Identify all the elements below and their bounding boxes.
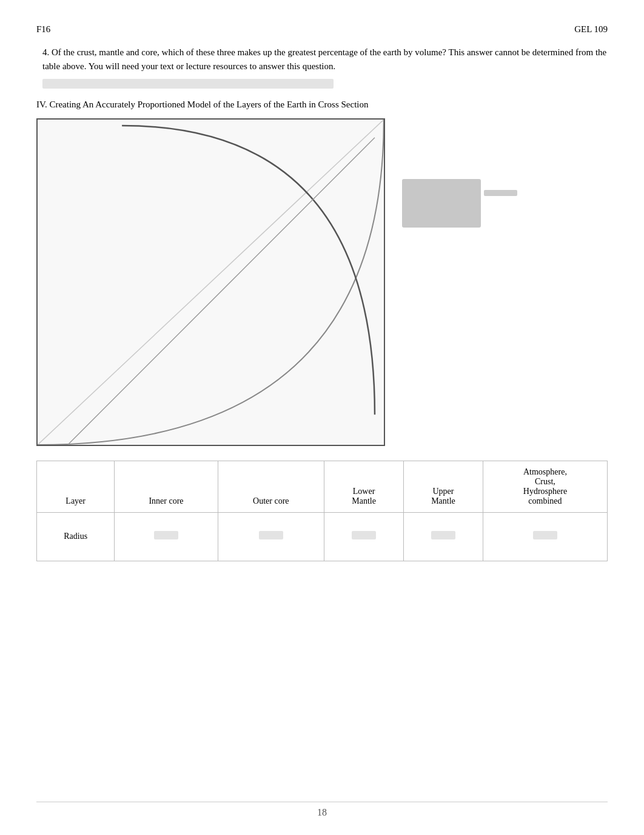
blurred-answer-text	[42, 79, 334, 89]
cell-upper-mantle-radius	[404, 512, 483, 561]
cell-lower-mantle-radius	[324, 512, 404, 561]
col-outer-core: Outer core	[218, 461, 324, 512]
diagram-box	[36, 118, 385, 446]
page-footer: 18	[36, 802, 608, 818]
cell-inner-core-radius	[115, 512, 218, 561]
diagram-container	[36, 118, 608, 446]
col-atmosphere: Atmosphere,Crust,Hydrospherecombined	[483, 461, 607, 512]
question-text: Of the crust, mantle and core, which of …	[42, 47, 606, 71]
table-row: Radius	[37, 512, 608, 561]
col-lower-mantle: LowerMantle	[324, 461, 404, 512]
row-label-radius: Radius	[37, 512, 115, 561]
col-inner-core: Inner core	[115, 461, 218, 512]
col-upper-mantle: UpperMantle	[404, 461, 483, 512]
header-left: F16	[36, 24, 50, 35]
question-number: 4.	[42, 47, 49, 57]
page: F16 GEL 109 4. Of the crust, mantle and …	[0, 0, 644, 835]
blurred-value-1	[154, 531, 178, 539]
cell-outer-core-radius	[218, 512, 324, 561]
header: F16 GEL 109	[36, 24, 608, 35]
cell-atmosphere-radius	[483, 512, 607, 561]
col-layer: Layer	[37, 461, 115, 512]
table-section: Layer Inner core Outer core LowerMantle …	[36, 461, 608, 561]
page-number: 18	[317, 807, 327, 817]
blurred-value-4	[431, 531, 455, 539]
question-block: 4. Of the crust, mantle and core, which …	[36, 46, 608, 89]
header-right: GEL 109	[574, 24, 608, 35]
blurred-value-2	[259, 531, 283, 539]
section-title: IV. Creating An Accurately Proportioned …	[36, 100, 608, 110]
side-image	[402, 179, 481, 228]
blurred-value-5	[533, 531, 557, 539]
blurred-value-3	[352, 531, 376, 539]
data-table: Layer Inner core Outer core LowerMantle …	[36, 461, 608, 561]
